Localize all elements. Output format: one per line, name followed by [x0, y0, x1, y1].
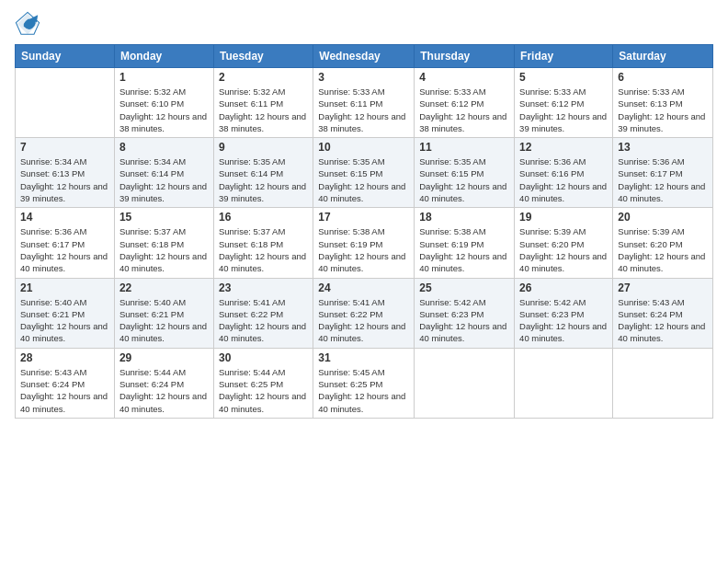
day-number: 5 [519, 71, 608, 84]
day-number: 12 [519, 141, 608, 154]
day-info: Sunrise: 5:37 AM Sunset: 6:18 PM Dayligh… [119, 225, 209, 274]
calendar-cell: 8Sunrise: 5:34 AM Sunset: 6:14 PM Daylig… [114, 138, 213, 208]
week-row-2: 14Sunrise: 5:36 AM Sunset: 6:17 PM Dayli… [16, 208, 713, 278]
calendar-table: SundayMondayTuesdayWednesdayThursdayFrid… [15, 44, 713, 419]
calendar-cell: 3Sunrise: 5:33 AM Sunset: 6:11 PM Daylig… [313, 68, 415, 138]
day-number: 4 [419, 71, 509, 84]
calendar-cell: 7Sunrise: 5:34 AM Sunset: 6:13 PM Daylig… [16, 138, 115, 208]
weekday-header-row: SundayMondayTuesdayWednesdayThursdayFrid… [16, 45, 713, 68]
week-row-0: 1Sunrise: 5:32 AM Sunset: 6:10 PM Daylig… [16, 68, 713, 138]
day-number: 18 [419, 211, 509, 224]
day-info: Sunrise: 5:44 AM Sunset: 6:24 PM Dayligh… [119, 366, 209, 415]
day-info: Sunrise: 5:35 AM Sunset: 6:15 PM Dayligh… [419, 155, 509, 204]
day-number: 25 [419, 282, 509, 294]
day-info: Sunrise: 5:34 AM Sunset: 6:13 PM Dayligh… [20, 155, 109, 204]
day-number: 1 [119, 71, 209, 84]
calendar-cell: 10Sunrise: 5:35 AM Sunset: 6:15 PM Dayli… [313, 138, 415, 208]
calendar-cell: 30Sunrise: 5:44 AM Sunset: 6:25 PM Dayli… [213, 348, 313, 418]
day-info: Sunrise: 5:44 AM Sunset: 6:25 PM Dayligh… [219, 366, 308, 415]
day-info: Sunrise: 5:36 AM Sunset: 6:17 PM Dayligh… [618, 155, 708, 204]
weekday-header-wednesday: Wednesday [313, 45, 415, 68]
calendar-cell: 16Sunrise: 5:37 AM Sunset: 6:18 PM Dayli… [213, 208, 313, 278]
weekday-header-saturday: Saturday [613, 45, 713, 68]
calendar-cell: 23Sunrise: 5:41 AM Sunset: 6:22 PM Dayli… [213, 278, 313, 348]
calendar-cell: 31Sunrise: 5:45 AM Sunset: 6:25 PM Dayli… [313, 348, 415, 418]
day-info: Sunrise: 5:45 AM Sunset: 6:25 PM Dayligh… [318, 366, 409, 415]
calendar-cell: 22Sunrise: 5:40 AM Sunset: 6:21 PM Dayli… [114, 278, 213, 348]
weekday-header-tuesday: Tuesday [213, 45, 313, 68]
day-info: Sunrise: 5:32 AM Sunset: 6:10 PM Dayligh… [119, 86, 209, 134]
day-number: 21 [20, 282, 109, 294]
calendar-cell: 6Sunrise: 5:33 AM Sunset: 6:13 PM Daylig… [613, 68, 713, 138]
week-row-1: 7Sunrise: 5:34 AM Sunset: 6:13 PM Daylig… [16, 138, 713, 208]
logo-icon [15, 11, 40, 37]
calendar-cell: 4Sunrise: 5:33 AM Sunset: 6:12 PM Daylig… [415, 68, 515, 138]
calendar-cell: 24Sunrise: 5:41 AM Sunset: 6:22 PM Dayli… [313, 278, 415, 348]
day-number: 30 [219, 351, 308, 364]
day-info: Sunrise: 5:35 AM Sunset: 6:15 PM Dayligh… [318, 155, 409, 204]
day-number: 22 [119, 282, 209, 294]
day-info: Sunrise: 5:39 AM Sunset: 6:20 PM Dayligh… [618, 225, 708, 274]
calendar-cell: 25Sunrise: 5:42 AM Sunset: 6:23 PM Dayli… [415, 278, 515, 348]
week-row-4: 28Sunrise: 5:43 AM Sunset: 6:24 PM Dayli… [16, 348, 713, 418]
day-info: Sunrise: 5:42 AM Sunset: 6:23 PM Dayligh… [519, 296, 608, 345]
day-number: 7 [20, 141, 109, 154]
weekday-header-monday: Monday [114, 45, 213, 68]
day-number: 14 [20, 211, 109, 224]
calendar-cell: 1Sunrise: 5:32 AM Sunset: 6:10 PM Daylig… [114, 68, 213, 138]
day-number: 3 [318, 71, 409, 84]
calendar-cell: 11Sunrise: 5:35 AM Sunset: 6:15 PM Dayli… [415, 138, 515, 208]
calendar-cell: 12Sunrise: 5:36 AM Sunset: 6:16 PM Dayli… [515, 138, 613, 208]
day-info: Sunrise: 5:33 AM Sunset: 6:12 PM Dayligh… [419, 86, 509, 134]
day-number: 20 [618, 211, 708, 224]
day-info: Sunrise: 5:32 AM Sunset: 6:11 PM Dayligh… [219, 86, 308, 134]
calendar-cell [613, 348, 713, 418]
day-info: Sunrise: 5:40 AM Sunset: 6:21 PM Dayligh… [119, 296, 209, 345]
header [15, 11, 713, 37]
day-number: 2 [219, 71, 308, 84]
day-info: Sunrise: 5:36 AM Sunset: 6:16 PM Dayligh… [519, 155, 608, 204]
day-number: 23 [219, 282, 308, 294]
day-number: 13 [618, 141, 708, 154]
day-number: 9 [219, 141, 308, 154]
day-number: 11 [419, 141, 509, 154]
logo [15, 11, 42, 37]
day-number: 19 [519, 211, 608, 224]
calendar-cell: 19Sunrise: 5:39 AM Sunset: 6:20 PM Dayli… [515, 208, 613, 278]
day-info: Sunrise: 5:41 AM Sunset: 6:22 PM Dayligh… [219, 296, 308, 345]
day-number: 17 [318, 211, 409, 224]
weekday-header-friday: Friday [515, 45, 613, 68]
day-info: Sunrise: 5:33 AM Sunset: 6:13 PM Dayligh… [618, 86, 708, 134]
calendar-cell: 17Sunrise: 5:38 AM Sunset: 6:19 PM Dayli… [313, 208, 415, 278]
day-info: Sunrise: 5:43 AM Sunset: 6:24 PM Dayligh… [20, 366, 109, 415]
day-number: 29 [119, 351, 209, 364]
calendar-cell: 9Sunrise: 5:35 AM Sunset: 6:14 PM Daylig… [213, 138, 313, 208]
day-info: Sunrise: 5:42 AM Sunset: 6:23 PM Dayligh… [419, 296, 509, 345]
day-info: Sunrise: 5:33 AM Sunset: 6:12 PM Dayligh… [519, 86, 608, 134]
day-number: 26 [519, 282, 608, 294]
day-number: 15 [119, 211, 209, 224]
day-info: Sunrise: 5:36 AM Sunset: 6:17 PM Dayligh… [20, 225, 109, 274]
calendar-cell [415, 348, 515, 418]
day-info: Sunrise: 5:35 AM Sunset: 6:14 PM Dayligh… [219, 155, 308, 204]
calendar-cell: 14Sunrise: 5:36 AM Sunset: 6:17 PM Dayli… [16, 208, 115, 278]
calendar-cell [16, 68, 115, 138]
calendar-cell: 29Sunrise: 5:44 AM Sunset: 6:24 PM Dayli… [114, 348, 213, 418]
calendar-cell: 21Sunrise: 5:40 AM Sunset: 6:21 PM Dayli… [16, 278, 115, 348]
day-info: Sunrise: 5:41 AM Sunset: 6:22 PM Dayligh… [318, 296, 409, 345]
calendar-cell: 2Sunrise: 5:32 AM Sunset: 6:11 PM Daylig… [213, 68, 313, 138]
day-number: 6 [618, 71, 708, 84]
weekday-header-sunday: Sunday [16, 45, 115, 68]
calendar-cell: 18Sunrise: 5:38 AM Sunset: 6:19 PM Dayli… [415, 208, 515, 278]
calendar-cell: 15Sunrise: 5:37 AM Sunset: 6:18 PM Dayli… [114, 208, 213, 278]
calendar-cell [515, 348, 613, 418]
day-info: Sunrise: 5:38 AM Sunset: 6:19 PM Dayligh… [419, 225, 509, 274]
calendar-cell: 27Sunrise: 5:43 AM Sunset: 6:24 PM Dayli… [613, 278, 713, 348]
day-number: 28 [20, 351, 109, 364]
day-number: 8 [119, 141, 209, 154]
week-row-3: 21Sunrise: 5:40 AM Sunset: 6:21 PM Dayli… [16, 278, 713, 348]
day-info: Sunrise: 5:34 AM Sunset: 6:14 PM Dayligh… [119, 155, 209, 204]
day-info: Sunrise: 5:43 AM Sunset: 6:24 PM Dayligh… [618, 296, 708, 345]
calendar-cell: 28Sunrise: 5:43 AM Sunset: 6:24 PM Dayli… [16, 348, 115, 418]
calendar-cell: 26Sunrise: 5:42 AM Sunset: 6:23 PM Dayli… [515, 278, 613, 348]
